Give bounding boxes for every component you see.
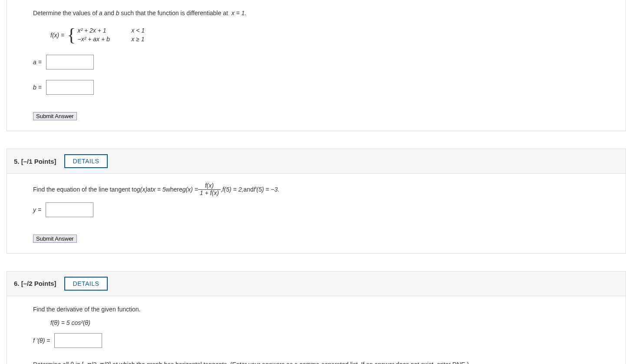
a-label: a = <box>33 59 42 66</box>
q5-points: 5. [–/1 Points] <box>14 158 56 165</box>
b-input[interactable] <box>46 80 94 95</box>
y-label: y = <box>33 206 41 213</box>
question-5-header: 5. [–/1 Points] DETAILS <box>7 149 626 174</box>
question-4-body: Determine the values of a and b such tha… <box>7 0 626 131</box>
piecewise-row2-expr: −x² + ax + b <box>77 35 129 44</box>
a-input[interactable] <box>46 55 94 69</box>
submit-answer-button-q5[interactable]: Submit Answer <box>33 235 77 243</box>
piecewise-row1-expr: x² + 2x + 1 <box>77 26 129 35</box>
q4-piecewise: f(x) = { x² + 2x + 1 x < 1 −x² + ax + b … <box>50 26 157 43</box>
details-button-q5[interactable]: DETAILS <box>64 154 108 168</box>
q6-points: 6. [–/2 Points] <box>14 280 56 287</box>
q4-prompt: Determine the values of a and b such tha… <box>33 9 626 18</box>
q6-prompt2: Determine all θ in [−π/2, π/2] at which … <box>33 360 626 364</box>
left-brace-icon: { <box>67 27 76 43</box>
b-label: b = <box>33 84 42 91</box>
fx-label: f(x) = <box>50 32 64 39</box>
submit-answer-button-q4[interactable]: Submit Answer <box>33 112 77 120</box>
question-5-body: Find the equation of the line tangent to… <box>7 174 626 254</box>
piecewise-row1-cond: x < 1 <box>131 26 157 35</box>
question-6-body: Find the derivative of the given functio… <box>7 296 626 364</box>
q5-prompt: Find the equation of the line tangent to… <box>33 182 626 196</box>
piecewise-row2-cond: x ≥ 1 <box>131 35 157 44</box>
fprime-label: f '(θ) = <box>33 337 50 344</box>
fprime-input[interactable] <box>54 333 102 348</box>
q6-prompt1: Find the derivative of the given functio… <box>33 305 626 314</box>
fraction: f(x) 1 + f(x) <box>198 182 221 196</box>
y-input[interactable] <box>46 202 93 217</box>
q6-function: f(θ) = 5 cos²(θ) <box>50 319 626 326</box>
question-6-header: 6. [–/2 Points] DETAILS <box>7 271 626 296</box>
details-button-q6[interactable]: DETAILS <box>64 277 108 291</box>
